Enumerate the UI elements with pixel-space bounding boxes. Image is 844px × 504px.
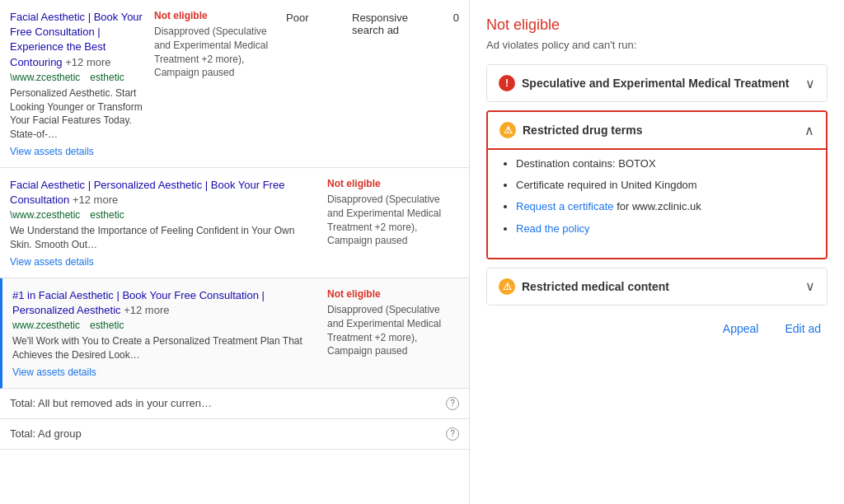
- policy-item-read: Read the policy: [516, 218, 814, 240]
- ad-more-3: +12 more: [124, 304, 169, 316]
- ads-list-panel: Facial Aesthetic | Book Your Free Consul…: [0, 0, 470, 504]
- policy-section-restricted-medical: ⚠ Restricted medical content ∨: [486, 268, 828, 306]
- request-certificate-link[interactable]: Request a certificate: [516, 200, 614, 212]
- ad-title-2: Facial Aesthetic | Personalized Aestheti…: [10, 178, 319, 208]
- read-policy-link[interactable]: Read the policy: [516, 222, 590, 235]
- chevron-speculative: ∨: [805, 76, 815, 91]
- ad-title-link-3[interactable]: #1 in Facial Aesthetic | Book Your Free: [12, 289, 196, 301]
- ad-more-1: +12 more: [65, 56, 110, 68]
- ad-desc-2: We Understand the Importance of Feeling …: [10, 224, 319, 252]
- policy-label-restricted-drug: Restricted drug terms: [523, 124, 642, 137]
- help-icon-2[interactable]: ?: [446, 427, 459, 441]
- policy-body-restricted-drug: Destination contains: BOTOX Certificate …: [488, 148, 826, 258]
- quality-col-1: Poor: [286, 10, 352, 157]
- impressions-col-1: 0: [434, 10, 459, 157]
- not-eligible-1: Not eligible: [154, 10, 286, 21]
- chevron-restricted-medical: ∨: [805, 278, 815, 294]
- panel-subtitle: Ad violates policy and can't run:: [486, 39, 828, 51]
- ad-title-link-1[interactable]: Facial Aesthetic | Book Your Free Consul…: [10, 11, 143, 38]
- ad-url-2: \www.zcesthetic esthetic: [10, 209, 319, 221]
- policy-detail-panel: Not eligible Ad violates policy and can'…: [470, 0, 844, 504]
- warn-icon-restricted-medical: ⚠: [499, 278, 515, 295]
- ad-desc-3: We'll Work with You to Create a Personal…: [12, 334, 319, 362]
- ad-row-1: Facial Aesthetic | Book Your Free Consul…: [0, 0, 469, 168]
- ad-row-3: #1 in Facial Aesthetic | Book Your Free …: [0, 278, 469, 389]
- policy-header-left-speculative: ! Speculative and Experimental Medical T…: [499, 75, 789, 91]
- ad-more-2: +12 more: [73, 194, 118, 206]
- ad-title-link-2[interactable]: Facial Aesthetic | Personalized Aestheti…: [10, 179, 235, 191]
- ad-content-1: Facial Aesthetic | Book Your Free Consul…: [10, 10, 154, 157]
- policy-label-restricted-medical: Restricted medical content: [522, 280, 669, 293]
- error-icon-speculative: !: [499, 75, 515, 91]
- policy-label-speculative: Speculative and Experimental Medical Tre…: [522, 77, 789, 90]
- total-row-1: Total: All but removed ads in your curre…: [0, 389, 469, 419]
- ad-status-2: Not eligible Disapproved (Speculative an…: [327, 178, 459, 268]
- status-detail-2: Disapproved (Speculative and Experimenta…: [327, 193, 459, 248]
- ad-title-3: #1 in Facial Aesthetic | Book Your Free …: [12, 288, 319, 318]
- status-detail-1: Disapproved (Speculative and Experimenta…: [154, 25, 286, 80]
- ad-row-2: Facial Aesthetic | Personalized Aestheti…: [0, 168, 469, 278]
- not-eligible-3: Not eligible: [327, 288, 459, 300]
- total-row-2: Total: Ad group ?: [0, 419, 469, 450]
- policy-header-left-restricted-medical: ⚠ Restricted medical content: [499, 278, 669, 295]
- warn-icon-restricted-drug: ⚠: [499, 122, 516, 138]
- help-icon-1[interactable]: ?: [446, 397, 459, 410]
- policy-section-restricted-drug: ⚠ Restricted drug terms ∧ Destination co…: [486, 110, 828, 259]
- action-row: Appeal Edit ad: [486, 319, 828, 338]
- ad-status-3: Not eligible Disapproved (Speculative an…: [327, 288, 459, 378]
- ad-desc-1: Personalized Aesthetic. Start Looking Yo…: [10, 86, 146, 142]
- policy-header-left-restricted-drug: ⚠ Restricted drug terms: [499, 122, 642, 138]
- edit-ad-button[interactable]: Edit ad: [778, 319, 828, 338]
- policy-item-certificate: Certificate required in United Kingdom: [516, 175, 814, 196]
- ad-content-2: Facial Aesthetic | Personalized Aestheti…: [10, 178, 327, 268]
- ad-status-1: Not eligible Disapproved (Speculative an…: [154, 10, 286, 157]
- total-label-1: Total: All but removed ads in your curre…: [10, 397, 443, 409]
- ad-content-3: #1 in Facial Aesthetic | Book Your Free …: [12, 288, 327, 378]
- policy-item-request: Request a certificate for www.zclinic.uk: [516, 196, 814, 217]
- policy-header-restricted-drug[interactable]: ⚠ Restricted drug terms ∧: [488, 112, 826, 148]
- ad-title-1: Facial Aesthetic | Book Your Free Consul…: [10, 10, 146, 70]
- panel-title: Not eligible: [486, 16, 828, 34]
- view-assets-1[interactable]: View assets details: [10, 146, 94, 157]
- not-eligible-2: Not eligible: [327, 178, 459, 189]
- view-assets-2[interactable]: View assets details: [10, 256, 94, 268]
- total-label-2: Total: Ad group: [10, 427, 443, 440]
- appeal-button[interactable]: Appeal: [716, 319, 766, 338]
- ad-url-1: \www.zcesthetic esthetic: [10, 72, 146, 83]
- policy-header-speculative[interactable]: ! Speculative and Experimental Medical T…: [487, 65, 827, 101]
- view-assets-3[interactable]: View assets details: [12, 366, 96, 378]
- request-certificate-for: for www.zclinic.uk: [617, 200, 701, 212]
- policy-section-speculative: ! Speculative and Experimental Medical T…: [486, 64, 828, 102]
- type-col-1: Responsive search ad: [352, 10, 434, 157]
- status-detail-3: Disapproved (Speculative and Experimenta…: [327, 303, 459, 358]
- policy-header-restricted-medical[interactable]: ⚠ Restricted medical content ∨: [487, 268, 827, 305]
- chevron-restricted-drug: ∧: [804, 123, 814, 138]
- ad-url-3: www.zcesthetic esthetic: [12, 320, 319, 331]
- policy-item-botox: Destination contains: BOTOX: [516, 153, 814, 175]
